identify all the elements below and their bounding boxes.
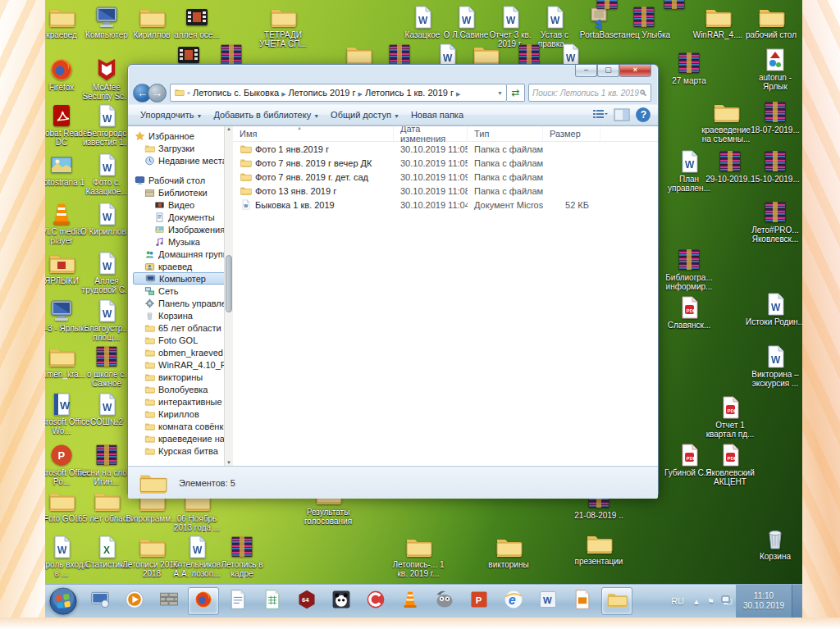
- desktop-icon[interactable]: PDFОтчет 1 квартал пд...: [701, 395, 760, 439]
- desktop-icon[interactable]: PDFЯковлевский АКЦЕНТ: [701, 443, 760, 486]
- sidebar-item[interactable]: Панель управления: [133, 297, 233, 309]
- column-header[interactable]: Имя▲: [233, 126, 394, 141]
- sidebar-item[interactable]: Избранное: [133, 130, 233, 142]
- desktop-icon[interactable]: презентации: [569, 531, 628, 566]
- desktop-icon[interactable]: Корзина: [746, 526, 802, 561]
- sidebar-item[interactable]: Изображения: [133, 223, 233, 235]
- column-header[interactable]: Дата изменения: [394, 126, 468, 141]
- breadcrumb[interactable]: « Летопись с. Быковка ▶ Летопись 2019 г …: [170, 84, 507, 102]
- desktop-icon[interactable]: 27 марта: [660, 51, 719, 85]
- desktop-icon[interactable]: autorun - Ярлык: [746, 48, 802, 91]
- sidebar-item[interactable]: 65 лет области: [133, 321, 233, 334]
- sidebar-item[interactable]: Кириллов: [133, 408, 233, 420]
- breadcrumb-segment[interactable]: Летопись 1 кв. 2019 г: [363, 88, 456, 98]
- desktop-icon[interactable]: Летопись в кадре: [212, 535, 272, 578]
- sidebar-item[interactable]: Рабочий стол: [133, 174, 233, 186]
- klite-taskbar-button[interactable]: 64: [291, 587, 322, 615]
- desktop-icon[interactable]: Летопись-... 1 кв. 2019 г...: [389, 535, 448, 578]
- sidebar-item[interactable]: Видео: [133, 198, 233, 211]
- desktop-icon[interactable]: ТЕТРАДИ УЧЕТА СП...: [253, 5, 313, 48]
- tray-expand-icon[interactable]: ▲: [689, 597, 704, 606]
- sidebar-item[interactable]: obmen_kraeved: [133, 346, 233, 358]
- explorer-taskbar-button[interactable]: [601, 587, 632, 615]
- sidebar-item[interactable]: краевед: [133, 260, 233, 272]
- column-header[interactable]: Размер: [543, 126, 600, 141]
- toolbar-button[interactable]: Новая папка: [405, 107, 469, 122]
- table-row[interactable]: Фото 7 янв. 2019 г. дет. сад30.10.2019 1…: [233, 170, 658, 184]
- sidebar-item[interactable]: Домашняя группа: [133, 248, 233, 260]
- calc-taskbar-button[interactable]: [257, 587, 288, 615]
- breadcrumb-segment[interactable]: Летопись 2019 г: [286, 88, 358, 98]
- sidebar-item[interactable]: Сеть: [133, 285, 233, 297]
- vlc-taskbar-button[interactable]: [395, 587, 426, 615]
- sidebar-item[interactable]: Foto GOL: [133, 334, 233, 346]
- panda-taskbar-button[interactable]: [326, 587, 357, 615]
- sidebar-item[interactable]: Волобуевка: [133, 383, 233, 395]
- desktop-icon[interactable]: PDFСлавянск...: [660, 295, 719, 330]
- breadcrumb-dropdown-icon[interactable]: ▼: [497, 90, 503, 96]
- toolbar-button[interactable]: Добавить в библиотеку▼: [208, 107, 325, 122]
- change-view-icon[interactable]: [592, 107, 609, 122]
- desktop-icon[interactable]: викторины: [479, 535, 538, 569]
- desktop-icon[interactable]: [578, 0, 637, 12]
- nav-scrollbar[interactable]: ▲▼: [224, 126, 233, 466]
- search-input[interactable]: [532, 89, 639, 98]
- sidebar-item[interactable]: викторины: [133, 371, 233, 383]
- desktop-icon[interactable]: Библиогра... информир...: [660, 248, 719, 291]
- help-icon[interactable]: ?: [635, 107, 651, 122]
- sidebar-item[interactable]: Корзина: [133, 309, 233, 321]
- minimize-button[interactable]: –: [575, 65, 597, 77]
- firewall-taskbar-button[interactable]: [153, 587, 185, 615]
- desktop-icon[interactable]: рабочий стол: [742, 5, 801, 39]
- scrollbar-thumb[interactable]: [226, 255, 232, 312]
- sidebar-item[interactable]: Музыка: [133, 235, 233, 248]
- sidebar-item[interactable]: Курская битва: [133, 444, 233, 457]
- language-indicator[interactable]: RU: [666, 596, 689, 606]
- word-taskbar-button[interactable]: W: [532, 587, 564, 615]
- table-row[interactable]: Фото 1 янв.2019 г30.10.2019 11:05Папка с…: [233, 142, 658, 156]
- sidebar-item[interactable]: Библиотеки: [133, 186, 233, 198]
- desktop-icon[interactable]: [645, 0, 704, 12]
- display-taskbar-button[interactable]: [84, 587, 116, 615]
- desktop-icon[interactable]: Лето#PRO... Яковлевск...: [746, 200, 802, 244]
- desktop-icon[interactable]: WИстоки Родин...: [746, 292, 802, 326]
- sidebar-item[interactable]: Документы: [133, 211, 233, 223]
- powerpoint-taskbar-button[interactable]: P: [463, 587, 495, 615]
- gimp-taskbar-button[interactable]: [429, 587, 460, 615]
- toolbar-button[interactable]: Упорядочить▼: [135, 107, 208, 122]
- desktop-icon[interactable]: 15-10-2019...: [746, 149, 802, 184]
- wmp-taskbar-button[interactable]: [119, 587, 150, 615]
- sidebar-item[interactable]: Компьютер: [133, 272, 233, 285]
- desktop-icon[interactable]: 18-07-2019...: [746, 100, 802, 134]
- network-icon[interactable]: [718, 595, 736, 607]
- sidebar-item[interactable]: Недавние места: [133, 154, 233, 166]
- window-titlebar[interactable]: – ▢ ×: [128, 65, 658, 81]
- column-header[interactable]: Тип: [468, 126, 543, 141]
- desktop-icon[interactable]: аллея осе...: [167, 5, 226, 39]
- table-row[interactable]: Фото 7 янв. 2019 г вечер ДК30.10.2019 11…: [233, 156, 658, 170]
- maximize-button[interactable]: ▢: [597, 65, 619, 77]
- clock[interactable]: 11:10 30.10.2019: [736, 585, 792, 618]
- impress-taskbar-button[interactable]: [567, 587, 598, 615]
- search-box[interactable]: 🔍︎: [528, 84, 651, 102]
- breadcrumb-segment[interactable]: Летопись с. Быковка: [193, 88, 281, 98]
- ccleaner-taskbar-button[interactable]: [360, 587, 391, 615]
- action-center-flag-icon[interactable]: ⚑: [704, 597, 718, 606]
- show-desktop-button[interactable]: [792, 585, 802, 618]
- firefox-taskbar-button[interactable]: [188, 587, 219, 615]
- sidebar-item[interactable]: WinRAR_4.10_Final_E: [133, 358, 233, 371]
- toolbar-button[interactable]: Общий доступ▼: [325, 107, 405, 122]
- forward-button[interactable]: →: [148, 84, 167, 103]
- start-button[interactable]: [48, 586, 78, 616]
- table-row[interactable]: Фото 13 янв. 2019 г30.10.2019 11:08Папка…: [233, 184, 658, 198]
- sidebar-item[interactable]: Загрузки: [133, 142, 233, 154]
- sidebar-item[interactable]: интерактивные фор: [133, 395, 233, 408]
- ie-taskbar-button[interactable]: e: [498, 587, 529, 615]
- writer-taskbar-button[interactable]: [222, 587, 253, 615]
- preview-pane-icon[interactable]: [614, 107, 630, 122]
- refresh-button[interactable]: ⇄: [507, 84, 525, 102]
- desktop-icon[interactable]: WВикторина – экскурсия ...: [746, 344, 802, 388]
- table-row[interactable]: WБыковка 1 кв. 201930.10.2019 11:04Докум…: [233, 198, 658, 212]
- sidebar-item[interactable]: комната совёнка: [133, 420, 233, 432]
- sidebar-item[interactable]: краеведение на съем: [133, 432, 233, 444]
